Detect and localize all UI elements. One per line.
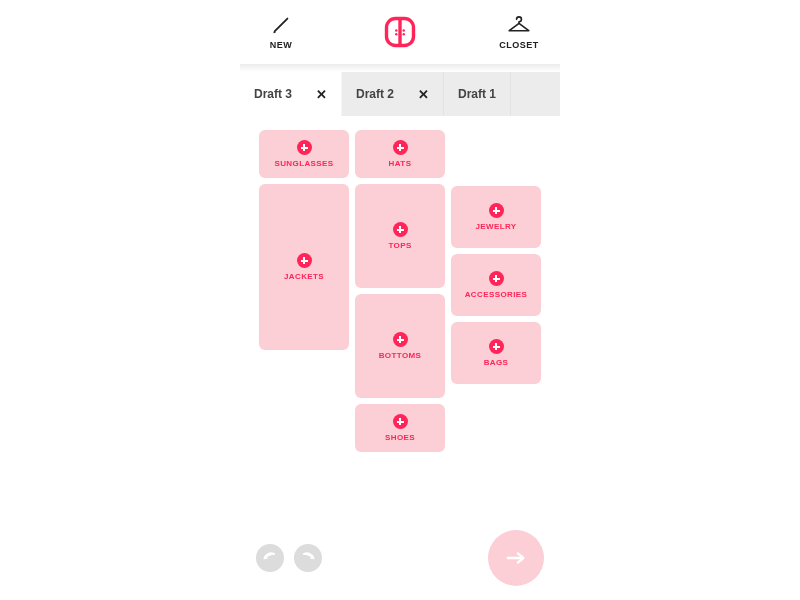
bottom-toolbar — [240, 530, 560, 586]
svg-point-4 — [395, 33, 397, 35]
pencil-icon — [270, 14, 292, 36]
close-icon[interactable]: ✕ — [418, 87, 429, 102]
category-hats[interactable]: HATS — [355, 130, 445, 178]
plus-icon — [393, 140, 408, 155]
svg-point-3 — [395, 29, 397, 31]
category-label: ACCESSORIES — [465, 290, 528, 299]
tabs-bar: Draft 3 ✕ Draft 2 ✕ Draft 1 ✕ — [240, 72, 560, 116]
category-tops[interactable]: TOPS — [355, 184, 445, 288]
plus-icon — [489, 339, 504, 354]
tab-label: Draft 3 — [254, 87, 292, 101]
category-label: SUNGLASSES — [274, 159, 333, 168]
plus-icon — [393, 332, 408, 347]
category-bags[interactable]: BAGS — [451, 322, 541, 384]
category-jewelry[interactable]: JEWELRY — [451, 186, 541, 248]
column-center: HATS TOPS BOTTOMS SHOES — [355, 130, 445, 452]
category-label: BAGS — [484, 358, 509, 367]
category-label: JEWELRY — [475, 222, 516, 231]
redo-icon — [300, 551, 316, 565]
tab-draft-3[interactable]: Draft 3 ✕ — [240, 72, 342, 116]
header: NEW CLOSET — [240, 0, 560, 64]
category-accessories[interactable]: ACCESSORIES — [451, 254, 541, 316]
svg-point-5 — [403, 29, 405, 31]
category-label: SHOES — [385, 433, 415, 442]
redo-button[interactable] — [294, 544, 322, 572]
category-label: TOPS — [388, 241, 411, 250]
tab-draft-1[interactable]: Draft 1 ✕ — [444, 72, 511, 116]
outfit-canvas: SUNGLASSES JACKETS HATS TOPS — [240, 116, 560, 600]
plus-icon — [393, 414, 408, 429]
undo-button[interactable] — [256, 544, 284, 572]
closet-label: CLOSET — [499, 40, 539, 50]
svg-point-6 — [403, 33, 405, 35]
category-sunglasses[interactable]: SUNGLASSES — [259, 130, 349, 178]
plus-icon — [393, 222, 408, 237]
new-button[interactable]: NEW — [256, 14, 306, 50]
closet-button[interactable]: CLOSET — [494, 14, 544, 50]
plus-icon — [489, 271, 504, 286]
category-bottoms[interactable]: BOTTOMS — [355, 294, 445, 398]
plus-icon — [297, 253, 312, 268]
tab-draft-2[interactable]: Draft 2 ✕ — [342, 72, 444, 116]
header-divider — [240, 64, 560, 72]
app-logo-icon — [382, 14, 418, 50]
category-shoes[interactable]: SHOES — [355, 404, 445, 452]
hanger-icon — [506, 14, 532, 36]
new-label: NEW — [270, 40, 293, 50]
svg-line-0 — [275, 19, 288, 32]
category-label: BOTTOMS — [379, 351, 422, 360]
close-icon[interactable]: ✕ — [316, 87, 327, 102]
category-label: JACKETS — [284, 272, 324, 281]
arrow-right-icon — [505, 550, 527, 566]
app-frame: NEW CLOSET Draft 3 — [240, 0, 560, 600]
tab-label: Draft 1 — [458, 87, 496, 101]
column-right: JEWELRY ACCESSORIES BAGS — [451, 186, 541, 452]
category-columns: SUNGLASSES JACKETS HATS TOPS — [250, 130, 550, 452]
next-button[interactable] — [488, 530, 544, 586]
category-label: HATS — [389, 159, 412, 168]
plus-icon — [297, 140, 312, 155]
category-jackets[interactable]: JACKETS — [259, 184, 349, 350]
plus-icon — [489, 203, 504, 218]
undo-icon — [262, 551, 278, 565]
tab-label: Draft 2 — [356, 87, 394, 101]
column-left: SUNGLASSES JACKETS — [259, 130, 349, 452]
